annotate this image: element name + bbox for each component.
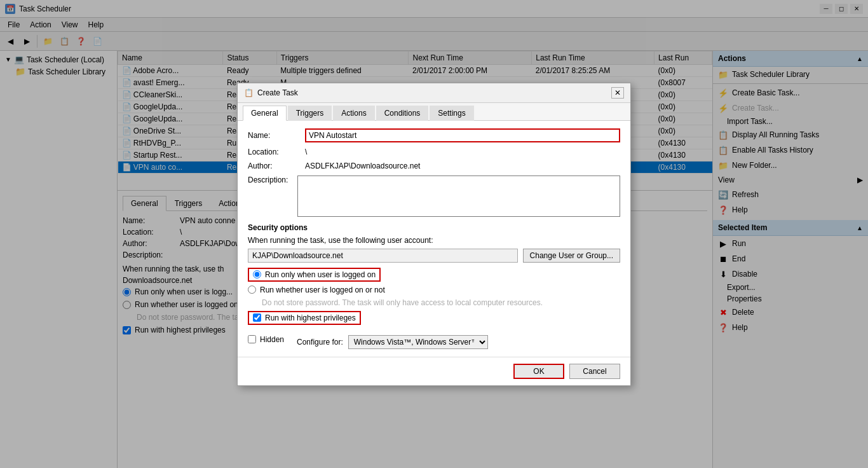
modal-bottom-row: Hidden Configure for: Windows Vista™, Wi…	[248, 330, 620, 349]
modal-tab-general[interactable]: General	[243, 106, 287, 121]
modal-location-label: Location:	[248, 148, 305, 156]
modal-author-row: Author: ASDLFKJAP\Downloadsource.net	[248, 162, 620, 170]
modal-author-value: ASDLFKJAP\Downloadsource.net	[305, 162, 620, 170]
modal-user-account-input[interactable]	[248, 249, 518, 263]
modal-run-highest-row: Run with highest privileges	[248, 311, 361, 325]
modal-configure-label: Configure for:	[297, 338, 343, 347]
modal-location-row: Location: \	[248, 148, 620, 156]
modal-no-store-option: Do not store password. The task will onl…	[262, 298, 620, 307]
modal-hidden-label: Hidden	[260, 335, 284, 344]
modal-body: Name: Location: \ Author: ASDLFKJAP\Down…	[238, 121, 630, 357]
modal-desc-row: Description:	[248, 176, 620, 217]
modal-radio-whether-label: Run whether user is logged on or not	[260, 286, 385, 294]
modal-user-account-row: Change User or Group...	[248, 249, 620, 263]
modal-author-label: Author:	[248, 162, 305, 170]
modal-titlebar: 📋 Create Task ✕	[238, 83, 630, 103]
modal-configure-select[interactable]: Windows Vista™, Windows Server™ 2008	[348, 335, 488, 349]
modal-desc-input[interactable]	[297, 176, 620, 217]
modal-security-header: Security options	[248, 223, 620, 232]
modal-tab-conditions[interactable]: Conditions	[376, 106, 429, 121]
modal-name-input[interactable]	[305, 128, 620, 142]
modal-footer: OK Cancel	[238, 357, 630, 385]
modal-hidden-checkbox[interactable]	[248, 335, 256, 343]
create-task-modal: 📋 Create Task ✕ General Triggers Actions…	[237, 83, 631, 386]
cancel-button[interactable]: Cancel	[569, 364, 620, 379]
modal-desc-label: Description:	[248, 176, 297, 184]
modal-location-value: \	[305, 148, 620, 156]
modal-run-highest-label: Run with highest privileges	[265, 313, 356, 322]
modal-icon: 📋	[244, 88, 254, 97]
modal-overlay: 📋 Create Task ✕ General Triggers Actions…	[0, 0, 868, 468]
modal-security-sub: When running the task, use the following…	[248, 236, 620, 245]
modal-close-button[interactable]: ✕	[611, 87, 624, 99]
modal-radio-whether-row: Run whether user is logged on or not	[248, 286, 620, 294]
modal-configure-row: Configure for: Windows Vista™, Windows S…	[297, 335, 488, 349]
modal-radio-whether-input[interactable]	[248, 286, 256, 294]
modal-radio-logged-on-input[interactable]	[253, 270, 261, 279]
modal-hidden-row: Hidden	[248, 335, 284, 344]
modal-title: Create Task	[257, 88, 298, 97]
modal-radio-logged-on-row: Run only when user is logged on	[248, 268, 381, 282]
modal-tab-actions[interactable]: Actions	[333, 106, 374, 121]
modal-name-label: Name:	[248, 131, 305, 140]
modal-run-highest-checkbox[interactable]	[253, 313, 261, 322]
modal-name-row: Name:	[248, 128, 620, 142]
modal-tabs: General Triggers Actions Conditions Sett…	[238, 103, 630, 121]
change-user-button[interactable]: Change User or Group...	[523, 249, 620, 263]
ok-button[interactable]: OK	[513, 364, 564, 379]
modal-tab-triggers[interactable]: Triggers	[288, 106, 332, 121]
modal-tab-settings[interactable]: Settings	[430, 106, 473, 121]
modal-radio-logged-on-label: Run only when user is logged on	[265, 270, 376, 279]
